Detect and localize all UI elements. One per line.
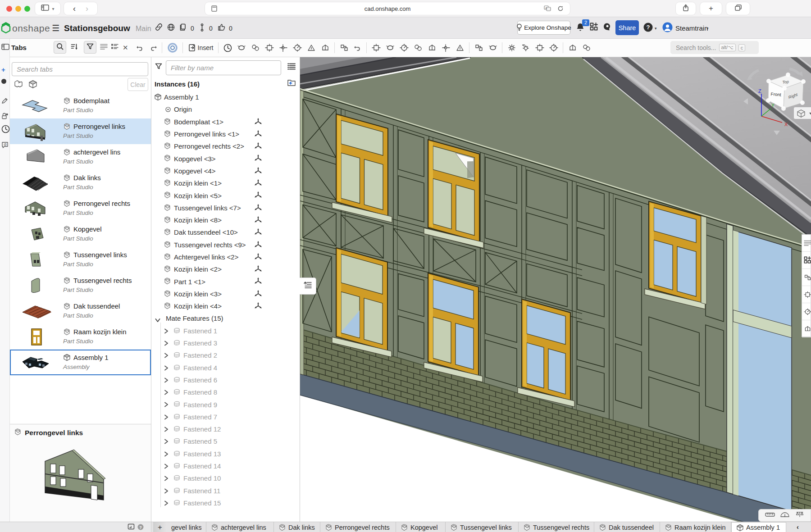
tab-overview-button[interactable]: [726, 2, 750, 15]
bottom-tab-raam-kozijn-klein[interactable]: Raam kozijn klein: [660, 522, 731, 532]
tree-mate-fastened[interactable]: Fastened 7: [151, 411, 300, 423]
tab-item-bodemplaat[interactable]: Bodemplaat Part Studio: [10, 93, 151, 118]
tool-gear2[interactable]: [521, 44, 530, 52]
tool-tool6[interactable]: [456, 44, 465, 52]
tree-mate-fastened[interactable]: Fastened 8: [151, 386, 300, 398]
tab-item-tussengevel-links[interactable]: Tussengevel links Part Studio: [10, 247, 151, 273]
tree-instance[interactable]: Perrongevel links <1>: [151, 128, 300, 140]
tree-instance[interactable]: Kozijn klein <5>: [151, 189, 300, 201]
tree-mate-fastened[interactable]: Fastened 9: [151, 398, 300, 410]
tree-root-assembly[interactable]: Assembly 1: [151, 91, 300, 103]
tree-instance[interactable]: Kozijn klein <3>: [151, 288, 300, 300]
strip-plusblue-icon[interactable]: +: [1, 66, 5, 74]
panel-divider-handle[interactable]: [300, 277, 316, 295]
tab-item-perrongevel-rechts[interactable]: Perrongevel rechts Part Studio: [10, 196, 151, 221]
tool-undo[interactable]: [136, 45, 144, 51]
tree-mate-fastened[interactable]: Fastened 10: [151, 472, 300, 484]
bottom-tab-tussengevel-links[interactable]: Tussengevel links: [446, 522, 519, 532]
tool-tool2[interactable]: [535, 44, 544, 52]
tool-tool3[interactable]: [400, 44, 409, 52]
strip-pencil-icon[interactable]: [1, 97, 8, 106]
tree-instance[interactable]: Tussengevel links <7>: [151, 202, 300, 214]
tree-instance[interactable]: Kozijn klein <8>: [151, 214, 300, 226]
tool-tool3[interactable]: [293, 44, 302, 52]
tool-tool1[interactable]: [237, 44, 246, 52]
search-tools-input[interactable]: Search tools... alt/⌥ c: [670, 41, 759, 54]
right-strip-tool[interactable]: [802, 303, 811, 320]
tab-item-perrongevel-links[interactable]: Perrongevel links Part Studio: [10, 118, 151, 144]
tree-origin[interactable]: Origin: [151, 103, 300, 115]
tab-item-raam-kozijn-klein[interactable]: Raam kozijn klein Part Studio: [10, 324, 151, 350]
tool-assist[interactable]: [167, 42, 178, 53]
tree-instance[interactable]: Kopgevel <3>: [151, 152, 300, 164]
tool-tool1[interactable]: [386, 44, 395, 52]
bottom-tab-dak-tussendeel[interactable]: Dak tussendeel: [594, 522, 660, 532]
avatar[interactable]: [662, 22, 673, 34]
versions-icon[interactable]: [200, 23, 204, 33]
bottom-tab-achtergevel-lins[interactable]: achtergevel lins: [206, 522, 274, 532]
filter-partstudio-icon[interactable]: [14, 80, 23, 91]
bottom-tab-tussengevel-rechts[interactable]: Tussengevel rechts: [519, 522, 594, 532]
nav-buttons[interactable]: ‹›: [64, 2, 97, 15]
3d-viewport[interactable]: TopFrontRightZXY: [300, 57, 811, 522]
explore-onshape-button[interactable]: Explore Onshape: [517, 21, 570, 35]
link-icon[interactable]: [155, 23, 163, 32]
share-page-button[interactable]: [676, 2, 696, 15]
tool-tool1[interactable]: [488, 44, 497, 52]
tree-mate-features-header[interactable]: Mate Features (15): [151, 312, 300, 324]
right-strip-tool[interactable]: [802, 286, 811, 303]
right-strip-tool[interactable]: [802, 269, 811, 286]
tool-tool3[interactable]: [549, 44, 558, 52]
tree-instance[interactable]: Kozijn klein <2>: [151, 263, 300, 275]
tool-redo[interactable]: [149, 45, 157, 51]
tabs-filter-button[interactable]: [84, 41, 96, 54]
copies-icon[interactable]: [179, 23, 187, 33]
strip-dot-icon[interactable]: [1, 77, 6, 86]
tree-mate-fastened[interactable]: Fastened 12: [151, 423, 300, 435]
onshape-logo-icon[interactable]: [1, 21, 11, 36]
tool-tool7[interactable]: [582, 44, 591, 52]
ruler-icon[interactable]: [765, 511, 775, 519]
help-icon[interactable]: ?: [643, 23, 653, 34]
tool-tool8[interactable]: [279, 44, 288, 52]
tool-tool7[interactable]: [414, 44, 423, 52]
sidebar-toggle[interactable]: ▾: [35, 2, 60, 15]
tree-mate-fastened[interactable]: Fastened 5: [151, 435, 300, 447]
instances-filter-input[interactable]: Filter by name: [166, 60, 281, 75]
tree-instance[interactable]: Kopgevel <4>: [151, 165, 300, 177]
tool-tool8[interactable]: [442, 44, 451, 52]
measure-toolbar[interactable]: [758, 509, 811, 522]
right-strip-tool[interactable]: [802, 235, 811, 252]
right-strip-tool[interactable]: [802, 252, 811, 269]
bottom-tab-assembly-1[interactable]: Assembly 1: [731, 522, 786, 532]
tree-instance[interactable]: Dak tussendeel <10>: [151, 226, 300, 238]
tab-item-assembly-1[interactable]: Assembly 1 Assembly: [10, 350, 151, 375]
strip-clock-icon[interactable]: [1, 125, 10, 135]
tab-item-achtergevel-lins[interactable]: achtergevel lins Part Studio: [10, 144, 151, 170]
tree-mate-fastened[interactable]: Fastened 13: [151, 448, 300, 460]
right-tool-strip[interactable]: [802, 234, 811, 337]
onshape-wordmark[interactable]: onshape: [12, 23, 50, 34]
user-name[interactable]: Steamtrain: [675, 24, 708, 32]
likes-icon[interactable]: [218, 23, 225, 32]
tool-tool2[interactable]: [265, 44, 274, 52]
tabs-sort-button[interactable]: [71, 43, 78, 52]
clear-filter-button[interactable]: Clear: [128, 78, 148, 91]
tree-mate-fastened[interactable]: Fastened 1: [151, 325, 300, 337]
tool-undo[interactable]: [354, 45, 362, 51]
tab-scroll-left-icon[interactable]: ‹: [797, 523, 799, 531]
tree-instance[interactable]: Kozijn klein <4>: [151, 300, 300, 312]
tree-mate-fastened[interactable]: Fastened 4: [151, 362, 300, 374]
tool-gear[interactable]: [507, 44, 516, 52]
help-circle-icon[interactable]: ?: [137, 524, 144, 532]
tool-tool4[interactable]: [568, 44, 577, 52]
bottom-tab-gevel-links[interactable]: gevel links: [167, 522, 206, 532]
right-strip-tool[interactable]: [802, 320, 811, 337]
tab-item-tussengevel-rechts[interactable]: Tussengevel rechts Part Studio: [10, 273, 151, 298]
zoom-window-button[interactable]: [24, 6, 30, 12]
tree-instance[interactable]: Tussengevel rechts <9>: [151, 239, 300, 251]
tree-instance[interactable]: Bodemplaat <1>: [151, 116, 300, 128]
tabs-search-input[interactable]: Search tabs: [12, 62, 148, 76]
tree-instance[interactable]: Perrongevel rechts <2>: [151, 140, 300, 152]
instances-listview-icon[interactable]: [287, 63, 296, 72]
